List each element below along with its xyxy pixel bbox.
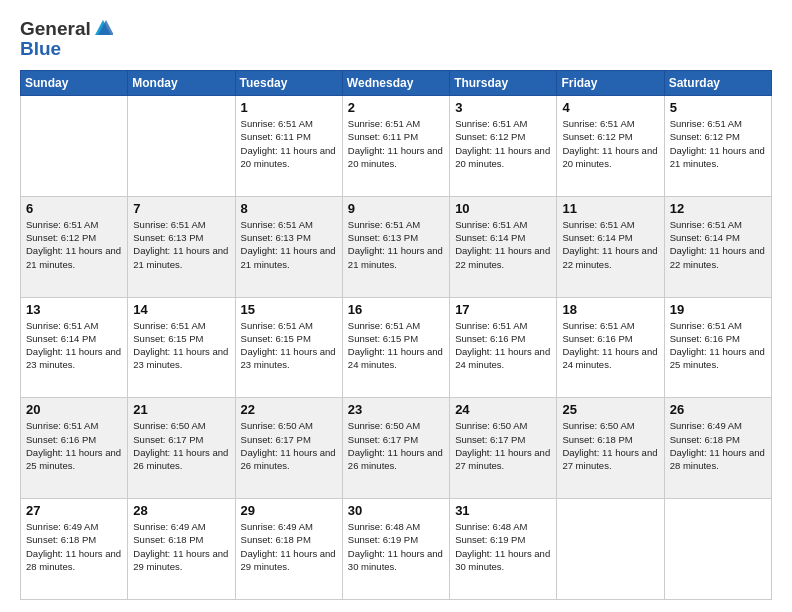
day-number: 4 [562, 100, 658, 115]
table-row: 13Sunrise: 6:51 AM Sunset: 6:14 PM Dayli… [21, 297, 128, 398]
day-info: Sunrise: 6:50 AM Sunset: 6:17 PM Dayligh… [455, 419, 551, 472]
day-info: Sunrise: 6:49 AM Sunset: 6:18 PM Dayligh… [26, 520, 122, 573]
table-row: 29Sunrise: 6:49 AM Sunset: 6:18 PM Dayli… [235, 499, 342, 600]
day-number: 30 [348, 503, 444, 518]
table-row [21, 96, 128, 197]
day-info: Sunrise: 6:48 AM Sunset: 6:19 PM Dayligh… [455, 520, 551, 573]
table-row: 16Sunrise: 6:51 AM Sunset: 6:15 PM Dayli… [342, 297, 449, 398]
table-row: 4Sunrise: 6:51 AM Sunset: 6:12 PM Daylig… [557, 96, 664, 197]
day-info: Sunrise: 6:51 AM Sunset: 6:14 PM Dayligh… [455, 218, 551, 271]
table-row [557, 499, 664, 600]
table-row: 27Sunrise: 6:49 AM Sunset: 6:18 PM Dayli… [21, 499, 128, 600]
table-row: 3Sunrise: 6:51 AM Sunset: 6:12 PM Daylig… [450, 96, 557, 197]
table-row: 30Sunrise: 6:48 AM Sunset: 6:19 PM Dayli… [342, 499, 449, 600]
col-monday: Monday [128, 71, 235, 96]
table-row: 25Sunrise: 6:50 AM Sunset: 6:18 PM Dayli… [557, 398, 664, 499]
logo: General Blue [20, 18, 113, 60]
day-number: 26 [670, 402, 766, 417]
header: General Blue [20, 18, 772, 60]
table-row: 24Sunrise: 6:50 AM Sunset: 6:17 PM Dayli… [450, 398, 557, 499]
day-info: Sunrise: 6:51 AM Sunset: 6:13 PM Dayligh… [241, 218, 337, 271]
day-number: 18 [562, 302, 658, 317]
table-row: 26Sunrise: 6:49 AM Sunset: 6:18 PM Dayli… [664, 398, 771, 499]
table-row: 8Sunrise: 6:51 AM Sunset: 6:13 PM Daylig… [235, 196, 342, 297]
day-number: 19 [670, 302, 766, 317]
table-row: 31Sunrise: 6:48 AM Sunset: 6:19 PM Dayli… [450, 499, 557, 600]
day-number: 9 [348, 201, 444, 216]
table-row: 23Sunrise: 6:50 AM Sunset: 6:17 PM Dayli… [342, 398, 449, 499]
day-number: 24 [455, 402, 551, 417]
col-thursday: Thursday [450, 71, 557, 96]
table-row: 21Sunrise: 6:50 AM Sunset: 6:17 PM Dayli… [128, 398, 235, 499]
day-number: 23 [348, 402, 444, 417]
day-number: 5 [670, 100, 766, 115]
day-number: 17 [455, 302, 551, 317]
calendar-week-row: 13Sunrise: 6:51 AM Sunset: 6:14 PM Dayli… [21, 297, 772, 398]
table-row [664, 499, 771, 600]
day-number: 10 [455, 201, 551, 216]
day-info: Sunrise: 6:51 AM Sunset: 6:16 PM Dayligh… [670, 319, 766, 372]
day-info: Sunrise: 6:49 AM Sunset: 6:18 PM Dayligh… [133, 520, 229, 573]
table-row: 18Sunrise: 6:51 AM Sunset: 6:16 PM Dayli… [557, 297, 664, 398]
calendar-table: Sunday Monday Tuesday Wednesday Thursday… [20, 70, 772, 600]
table-row: 19Sunrise: 6:51 AM Sunset: 6:16 PM Dayli… [664, 297, 771, 398]
day-number: 22 [241, 402, 337, 417]
day-number: 16 [348, 302, 444, 317]
day-number: 7 [133, 201, 229, 216]
day-info: Sunrise: 6:51 AM Sunset: 6:12 PM Dayligh… [26, 218, 122, 271]
day-info: Sunrise: 6:50 AM Sunset: 6:17 PM Dayligh… [241, 419, 337, 472]
table-row: 28Sunrise: 6:49 AM Sunset: 6:18 PM Dayli… [128, 499, 235, 600]
day-info: Sunrise: 6:51 AM Sunset: 6:15 PM Dayligh… [348, 319, 444, 372]
day-info: Sunrise: 6:51 AM Sunset: 6:16 PM Dayligh… [562, 319, 658, 372]
table-row: 5Sunrise: 6:51 AM Sunset: 6:12 PM Daylig… [664, 96, 771, 197]
col-tuesday: Tuesday [235, 71, 342, 96]
table-row: 14Sunrise: 6:51 AM Sunset: 6:15 PM Dayli… [128, 297, 235, 398]
page: General Blue Sunday Monday Tuesday Wedne… [0, 0, 792, 612]
day-info: Sunrise: 6:49 AM Sunset: 6:18 PM Dayligh… [241, 520, 337, 573]
table-row: 2Sunrise: 6:51 AM Sunset: 6:11 PM Daylig… [342, 96, 449, 197]
calendar-body: 1Sunrise: 6:51 AM Sunset: 6:11 PM Daylig… [21, 96, 772, 600]
day-info: Sunrise: 6:51 AM Sunset: 6:12 PM Dayligh… [670, 117, 766, 170]
day-number: 14 [133, 302, 229, 317]
day-number: 6 [26, 201, 122, 216]
table-row: 12Sunrise: 6:51 AM Sunset: 6:14 PM Dayli… [664, 196, 771, 297]
table-row: 11Sunrise: 6:51 AM Sunset: 6:14 PM Dayli… [557, 196, 664, 297]
day-info: Sunrise: 6:51 AM Sunset: 6:16 PM Dayligh… [26, 419, 122, 472]
day-info: Sunrise: 6:51 AM Sunset: 6:12 PM Dayligh… [562, 117, 658, 170]
day-info: Sunrise: 6:51 AM Sunset: 6:13 PM Dayligh… [133, 218, 229, 271]
col-saturday: Saturday [664, 71, 771, 96]
table-row: 1Sunrise: 6:51 AM Sunset: 6:11 PM Daylig… [235, 96, 342, 197]
day-info: Sunrise: 6:51 AM Sunset: 6:14 PM Dayligh… [26, 319, 122, 372]
table-row: 22Sunrise: 6:50 AM Sunset: 6:17 PM Dayli… [235, 398, 342, 499]
day-info: Sunrise: 6:51 AM Sunset: 6:14 PM Dayligh… [562, 218, 658, 271]
logo-blue: Blue [20, 38, 61, 60]
calendar-week-row: 27Sunrise: 6:49 AM Sunset: 6:18 PM Dayli… [21, 499, 772, 600]
day-number: 12 [670, 201, 766, 216]
day-number: 13 [26, 302, 122, 317]
day-info: Sunrise: 6:51 AM Sunset: 6:11 PM Dayligh… [348, 117, 444, 170]
day-info: Sunrise: 6:48 AM Sunset: 6:19 PM Dayligh… [348, 520, 444, 573]
col-sunday: Sunday [21, 71, 128, 96]
table-row: 17Sunrise: 6:51 AM Sunset: 6:16 PM Dayli… [450, 297, 557, 398]
day-info: Sunrise: 6:51 AM Sunset: 6:16 PM Dayligh… [455, 319, 551, 372]
day-number: 21 [133, 402, 229, 417]
day-info: Sunrise: 6:50 AM Sunset: 6:17 PM Dayligh… [348, 419, 444, 472]
table-row: 15Sunrise: 6:51 AM Sunset: 6:15 PM Dayli… [235, 297, 342, 398]
day-info: Sunrise: 6:51 AM Sunset: 6:14 PM Dayligh… [670, 218, 766, 271]
day-info: Sunrise: 6:51 AM Sunset: 6:12 PM Dayligh… [455, 117, 551, 170]
day-number: 27 [26, 503, 122, 518]
calendar-week-row: 6Sunrise: 6:51 AM Sunset: 6:12 PM Daylig… [21, 196, 772, 297]
day-info: Sunrise: 6:49 AM Sunset: 6:18 PM Dayligh… [670, 419, 766, 472]
day-number: 3 [455, 100, 551, 115]
table-row: 10Sunrise: 6:51 AM Sunset: 6:14 PM Dayli… [450, 196, 557, 297]
day-number: 1 [241, 100, 337, 115]
calendar-week-row: 1Sunrise: 6:51 AM Sunset: 6:11 PM Daylig… [21, 96, 772, 197]
day-info: Sunrise: 6:51 AM Sunset: 6:11 PM Dayligh… [241, 117, 337, 170]
calendar-week-row: 20Sunrise: 6:51 AM Sunset: 6:16 PM Dayli… [21, 398, 772, 499]
logo-general: General [20, 18, 91, 40]
day-number: 31 [455, 503, 551, 518]
table-row: 6Sunrise: 6:51 AM Sunset: 6:12 PM Daylig… [21, 196, 128, 297]
logo-icon [93, 18, 113, 38]
day-number: 15 [241, 302, 337, 317]
table-row: 7Sunrise: 6:51 AM Sunset: 6:13 PM Daylig… [128, 196, 235, 297]
